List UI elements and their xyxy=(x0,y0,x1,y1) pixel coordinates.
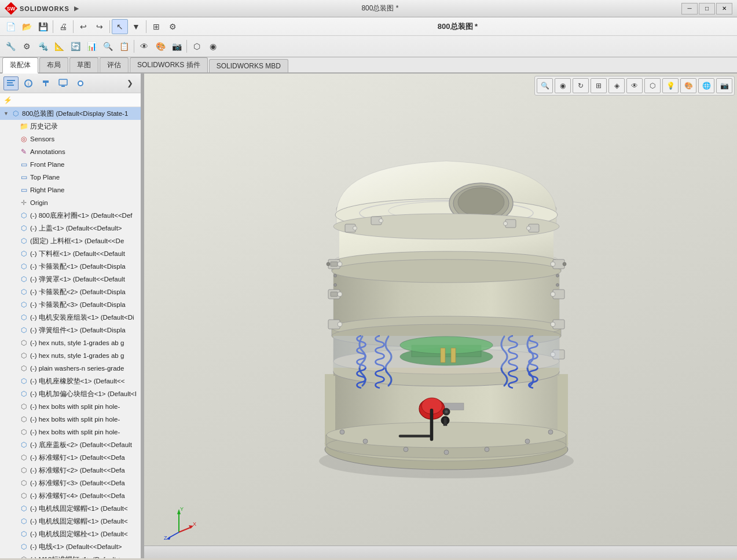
tree-item-15[interactable]: ⬡(-) 卡箍装配<2> (Default<Displa xyxy=(0,286,141,298)
tree-item-24[interactable]: ⬡(-) hex bolts with split pin hole- xyxy=(0,400,141,413)
tree-item-10[interactable]: ⬡(-) 上盖<1> (Default<<Default> xyxy=(0,222,141,235)
view-lights-btn[interactable]: 💡 xyxy=(662,78,679,93)
tree-item-18[interactable]: ⬡(-) 弹簧组件<1> (Default<Displa xyxy=(0,324,141,336)
select-button[interactable]: ↖ xyxy=(112,19,128,34)
view-fit-btn[interactable]: ◉ xyxy=(555,78,571,93)
view-section-btn[interactable]: ⊞ xyxy=(591,78,607,93)
tree-item-9[interactable]: ⬡(-) 800底座衬圈<1> (Default<<Def xyxy=(0,209,141,222)
view-appearance-btn[interactable]: 🎨 xyxy=(680,78,696,93)
sep2 xyxy=(73,20,74,33)
axes-indicator: Y X Z xyxy=(162,506,196,541)
view-camera-btn[interactable]: 📷 xyxy=(716,78,732,93)
svg-point-36 xyxy=(458,188,504,217)
tree-item-17[interactable]: ⬡(-) 电机安装座组装<1> (Default<Di xyxy=(0,311,141,324)
redo-button[interactable]: ↪ xyxy=(91,19,108,34)
assemble-btn5[interactable]: 🔄 xyxy=(67,39,83,54)
view-btn2[interactable]: 🎨 xyxy=(152,39,168,54)
print-button[interactable]: 🖨 xyxy=(55,19,71,34)
close-button[interactable]: ✕ xyxy=(716,3,732,14)
maximize-button[interactable]: □ xyxy=(699,3,715,14)
extra-btn1[interactable]: ⬡ xyxy=(189,39,205,54)
tree-item-14[interactable]: ⬡(-) 弹簧罩<1> (Default<<Default xyxy=(0,273,141,286)
tab-layout[interactable]: 布局 xyxy=(39,57,68,72)
minimize-button[interactable]: ─ xyxy=(681,3,698,14)
view-scene-btn[interactable]: 🌐 xyxy=(698,78,714,93)
tree-item-27[interactable]: ⬡(-) 底座盖板<2> (Default<<Default xyxy=(0,438,141,451)
tree-item-16[interactable]: ⬡(-) 卡箍装配<3> (Default<Displa xyxy=(0,298,141,311)
tab-assembly[interactable]: 装配体 xyxy=(2,57,38,74)
svg-line-93 xyxy=(179,527,192,532)
tree-item-29[interactable]: ⬡(-) 标准螺钉<2> (Default<<Defa xyxy=(0,464,141,477)
assemble-btn8[interactable]: 📋 xyxy=(116,39,132,54)
assemble-btn3[interactable]: 🔩 xyxy=(35,39,51,54)
tab-evaluate[interactable]: 评估 xyxy=(100,57,129,72)
tree-item-22[interactable]: ⬡(-) 电机座橡胶垫<1> (Default<< xyxy=(0,375,141,387)
tree-item-1[interactable]: ▼⬡800总装图 (Default<Display State-1 xyxy=(0,107,141,120)
undo-button[interactable]: ↩ xyxy=(75,19,91,34)
item-label-2: 历史记录 xyxy=(30,122,58,131)
tree-item-30[interactable]: ⬡(-) 标准螺钉<3> (Default<<Defa xyxy=(0,477,141,489)
item-icon-17: ⬡ xyxy=(19,312,29,323)
tree-item-32[interactable]: ⬡(-) 电机线固定螺帽<1> (Default< xyxy=(0,502,141,515)
tree-item-19[interactable]: ⬡(-) hex nuts, style 1-grades ab g xyxy=(0,336,141,349)
tree-item-13[interactable]: ⬡(-) 卡箍装配<1> (Default<Displa xyxy=(0,260,141,273)
property-manager-btn[interactable]: i xyxy=(21,76,36,90)
tree-item-33[interactable]: ⬡(-) 电机线固定螺帽<1> (Default< xyxy=(0,515,141,528)
feature-manager-btn[interactable] xyxy=(3,76,19,90)
item-icon-29: ⬡ xyxy=(19,465,29,475)
select-dropdown[interactable]: ▼ xyxy=(128,19,144,34)
3d-viewport[interactable]: 🔍 ◉ ↻ ⊞ ◈ 👁 ⬡ 💡 🎨 🌐 📷 xyxy=(144,74,737,558)
assemble-btn7[interactable]: 🔍 xyxy=(100,39,116,54)
display-manager-btn[interactable] xyxy=(56,76,71,90)
tab-sw-plugin[interactable]: SOLIDWORKS 插件 xyxy=(130,57,208,72)
view-rotate-btn[interactable]: ↻ xyxy=(573,78,589,93)
save-button[interactable]: 💾 xyxy=(35,19,51,34)
tree-item-28[interactable]: ⬡(-) 标准螺钉<1> (Default<<Defa xyxy=(0,451,141,464)
tree-item-36[interactable]: ⬡(-) M10标准螺钉<1> (Default< xyxy=(0,553,141,558)
assemble-btn6[interactable]: 📊 xyxy=(83,39,100,54)
assemble-btn2[interactable]: ⚙ xyxy=(19,39,35,54)
item-label-16: (-) 卡箍装配<3> (Default<Displa xyxy=(30,301,126,309)
assemble-btn4[interactable]: 📐 xyxy=(51,39,67,54)
view-shading-btn[interactable]: ⬡ xyxy=(644,78,661,93)
tree-item-12[interactable]: ⬡(-) 下料框<1> (Default<<Default xyxy=(0,247,141,260)
tree-content[interactable]: ▼⬡800总装图 (Default<Display State-1📁历史记录◎S… xyxy=(0,107,141,558)
assembly-btn[interactable]: 🔧 xyxy=(2,39,19,54)
tree-item-31[interactable]: ⬡(-) 标准螺钉<4> (Default<<Defa xyxy=(0,489,141,502)
new-button[interactable]: 📄 xyxy=(2,19,19,34)
svg-text:Y: Y xyxy=(180,506,184,512)
tab-sketch[interactable]: 草图 xyxy=(69,57,98,72)
tree-item-2[interactable]: 📁历史记录 xyxy=(0,120,141,133)
tab-sw-mbd[interactable]: SOLIDWORKS MBD xyxy=(209,59,288,72)
tree-item-20[interactable]: ⬡(-) hex nuts, style 1-grades ab g xyxy=(0,349,141,362)
view-orient-btn[interactable]: 🔍 xyxy=(537,78,553,93)
open-button[interactable]: 📂 xyxy=(19,19,35,34)
tree-item-35[interactable]: ⬡(-) 电线<1> (Default<<Default> xyxy=(0,540,141,553)
config-manager-btn[interactable] xyxy=(38,76,53,90)
item-label-18: (-) 弹簧组件<1> (Default<Displa xyxy=(30,326,126,335)
tree-item-8[interactable]: ✛Origin xyxy=(0,196,141,209)
item-label-13: (-) 卡箍装配<1> (Default<Displa xyxy=(30,262,126,271)
zoom-fit-button[interactable]: ⊞ xyxy=(148,19,164,34)
view-hide-btn[interactable]: 👁 xyxy=(626,78,643,93)
view-display-btn[interactable]: ◈ xyxy=(608,78,625,93)
tree-item-11[interactable]: ⬡(固定) 上料框<1> (Default<<De xyxy=(0,235,141,247)
view-btn3[interactable]: 📷 xyxy=(168,39,185,54)
tree-item-21[interactable]: ⬡(-) plain washers-n series-grade xyxy=(0,362,141,375)
tree-item-4[interactable]: ✎Annotations xyxy=(0,145,141,158)
options-button[interactable]: ⚙ xyxy=(164,19,181,34)
item-icon-10: ⬡ xyxy=(19,223,29,233)
tree-item-3[interactable]: ◎Sensors xyxy=(0,133,141,145)
item-icon-35: ⬡ xyxy=(19,541,29,552)
tree-item-5[interactable]: ▭Front Plane xyxy=(0,158,141,171)
tree-item-7[interactable]: ▭Right Plane xyxy=(0,184,141,196)
collapse-tree-btn[interactable]: ❯ xyxy=(122,76,137,90)
view-btn1[interactable]: 👁 xyxy=(136,39,152,54)
tree-item-6[interactable]: ▭Top Plane xyxy=(0,171,141,184)
appearance-manager-btn[interactable] xyxy=(73,76,88,90)
tree-item-34[interactable]: ⬡(-) 电机线固定螺栓<1> (Default< xyxy=(0,528,141,540)
tree-item-25[interactable]: ⬡(-) hex bolts with split pin hole- xyxy=(0,413,141,426)
extra-btn2[interactable]: ◉ xyxy=(205,39,221,54)
tree-item-26[interactable]: ⬡(-) hex bolts with split pin hole- xyxy=(0,426,141,438)
tree-item-23[interactable]: ⬡(-) 电机加偏心块组合<1> (Default<I xyxy=(0,387,141,400)
